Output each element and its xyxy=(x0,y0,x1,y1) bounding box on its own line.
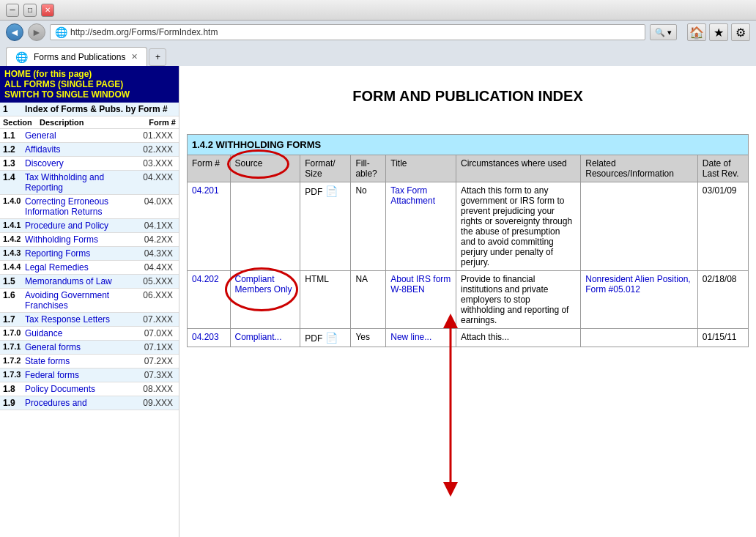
home-button[interactable]: 🏠 xyxy=(687,23,706,41)
fillable-cell: NA xyxy=(351,271,386,329)
address-bar: ◄ ► 🌐 http://sedm.org/Forms/FormIndex.ht… xyxy=(0,21,756,44)
sidebar-form-num: 07.3XX xyxy=(144,370,176,380)
sidebar-section-num: 1.1 xyxy=(3,130,25,141)
col-related-header: Related Resources/Information xyxy=(581,155,698,182)
form-num-link[interactable]: 04.203 xyxy=(192,332,219,342)
sidebar-section-num: 1.4 xyxy=(3,172,25,182)
compliant-link[interactable]: Compliant Members Only xyxy=(235,274,292,295)
tab-bar: 🌐 Forms and Publications ✕ + xyxy=(0,44,756,66)
sidebar-section-num: 1.7.2 xyxy=(3,356,25,365)
settings-button[interactable]: ⚙ xyxy=(731,23,750,41)
col-fillable-header: Fill-able? xyxy=(351,155,386,182)
format-cell: PDF 📄 xyxy=(300,329,351,347)
sidebar-stateforms-link[interactable]: State forms xyxy=(25,356,70,366)
new-tab-button[interactable]: + xyxy=(149,48,166,66)
sidebar-avoiding-link[interactable]: Avoiding Government Franchises xyxy=(25,290,109,311)
sidebar-form-num: 04.0XX xyxy=(144,196,176,207)
sidebar-section-num: 1.4.3 xyxy=(3,248,25,257)
main-content-area: FORM AND PUBLICATION INDEX 1.4.2 WITHHOL… xyxy=(179,66,756,537)
table-row: 04.203 Compliant... PDF 📄 Yes New line..… xyxy=(188,329,749,347)
section-header-row: 1.4.2 WITHHOLDING FORMS xyxy=(188,135,749,155)
sidebar-form-num: 09.XXX xyxy=(143,398,176,408)
sidebar-form-num: 04.2XX xyxy=(144,234,176,245)
sidebar-taxresponse-link[interactable]: Tax Response Letters xyxy=(25,314,110,325)
home-link[interactable]: HOME (for this page) xyxy=(4,69,174,79)
col-source-header: Source xyxy=(230,155,300,182)
title-link[interactable]: About IRS form W-8BEN xyxy=(390,274,451,295)
forward-button[interactable]: ► xyxy=(28,23,45,41)
sidebar-legal-link[interactable]: Legal Remedies xyxy=(25,262,89,273)
sidebar-section-num: 1.7.0 xyxy=(3,328,25,337)
source-cell: Compliant... xyxy=(230,329,300,347)
sidebar-federalforms-link[interactable]: Federal forms xyxy=(25,370,79,380)
sidebar-general-link[interactable]: General xyxy=(25,130,56,141)
sidebar-guidance-link[interactable]: Guidance xyxy=(25,328,62,338)
sidebar-correcting-link[interactable]: Correcting Erroneous Information Returns xyxy=(25,196,108,217)
sidebar-memorandums-link[interactable]: Memorandums of Law xyxy=(25,276,112,286)
sidebar-form-num: 07.1XX xyxy=(144,342,176,352)
date-cell: 01/15/11 xyxy=(697,329,748,347)
sidebar-discovery-link[interactable]: Discovery xyxy=(25,158,64,168)
sidebar-num: 1 xyxy=(3,104,25,114)
sidebar-item: 1.6 Avoiding Government Franchises 06.XX… xyxy=(0,289,179,313)
date-cell: 02/18/08 xyxy=(697,271,748,329)
sidebar-policy-link[interactable]: Policy Documents xyxy=(25,384,95,394)
title-link[interactable]: Tax Form Attachment xyxy=(390,185,435,206)
svg-marker-3 xyxy=(443,482,458,497)
sidebar-col-headers: Section Description Form # xyxy=(0,116,179,129)
sidebar-generalforms-link[interactable]: General forms xyxy=(25,342,81,352)
sidebar-section-num: 1.4.2 xyxy=(3,234,25,243)
form-num-cell: 04.203 xyxy=(188,329,231,347)
source-cell xyxy=(230,182,300,271)
sidebar-item: 1.4.0 Correcting Erroneous Information R… xyxy=(0,195,179,219)
title-link-3[interactable]: New line... xyxy=(390,332,431,342)
sidebar-item: 1.7.0 Guidance 07.0XX xyxy=(0,327,179,341)
tab-label: Forms and Publications xyxy=(34,52,125,62)
all-forms-link[interactable]: ALL FORMS (SINGLE PAGE) xyxy=(4,79,174,89)
sidebar-form-num: 08.XXX xyxy=(143,384,176,394)
sidebar-section-num: 1.6 xyxy=(3,290,25,300)
form-num-cell: 04.202 xyxy=(188,271,231,329)
close-button[interactable]: ✕ xyxy=(41,4,54,17)
search-button[interactable]: 🔍 ▾ xyxy=(650,24,677,40)
url-bar[interactable]: 🌐 http://sedm.org/Forms/FormIndex.htm xyxy=(50,24,645,40)
sidebar-item: 1.5 Memorandums of Law 05.XXX xyxy=(0,275,179,289)
sidebar-taxwithholding-link[interactable]: Tax Withholding and Reporting xyxy=(25,172,104,193)
form-num-link[interactable]: 04.201 xyxy=(192,185,219,196)
sidebar-item: 1.2 Affidavits 02.XXX xyxy=(0,143,179,157)
sidebar-item: 1.7.3 Federal forms 07.3XX xyxy=(0,369,179,382)
tab-close-button[interactable]: ✕ xyxy=(131,52,138,62)
sidebar-form-num: 04.1XX xyxy=(144,221,176,231)
compliant-link-2[interactable]: Compliant... xyxy=(235,332,282,342)
form-num-link[interactable]: 04.202 xyxy=(192,274,219,284)
sidebar-section-num: 1.7 xyxy=(3,314,25,325)
sidebar-form-num: 02.XXX xyxy=(143,144,176,155)
toolbar-buttons: 🏠 ★ ⚙ xyxy=(687,23,750,41)
pdf-icon: 📄 xyxy=(325,185,338,197)
sidebar-procedures-link[interactable]: Procedures and xyxy=(25,398,87,408)
page-icon: 🌐 xyxy=(55,26,67,38)
circumstances-cell: Attach this form to any government or IR… xyxy=(456,182,581,271)
sidebar-form-num: 06.XXX xyxy=(143,290,176,300)
sidebar-header: HOME (for this page) ALL FORMS (SINGLE P… xyxy=(0,66,179,103)
related-link[interactable]: Nonresident Alien Position, Form #05.012 xyxy=(585,274,690,295)
sidebar-item: 1.4.4 Legal Remedies 04.4XX xyxy=(0,261,179,275)
sidebar-index-label: Index of Forms & Pubs. by Form # xyxy=(25,104,168,114)
sidebar-reporting-link[interactable]: Reporting Forms xyxy=(25,248,90,259)
favorites-button[interactable]: ★ xyxy=(709,23,728,41)
fillable-cell: No xyxy=(351,182,386,271)
back-button[interactable]: ◄ xyxy=(6,23,23,41)
sidebar-form-num: 04.3XX xyxy=(144,248,176,259)
sidebar-form-num: 05.XXX xyxy=(143,276,176,286)
sidebar-item: 1.8 Policy Documents 08.XXX xyxy=(0,382,179,396)
sidebar-section-num: 1.4.0 xyxy=(3,196,25,205)
active-tab[interactable]: 🌐 Forms and Publications ✕ xyxy=(6,47,147,66)
sidebar-affidavits-link[interactable]: Affidavits xyxy=(25,144,60,155)
maximize-button[interactable]: □ xyxy=(23,4,37,17)
switch-link[interactable]: SWITCH TO SINGLE WINDOW xyxy=(4,89,174,100)
minimize-button[interactable]: ─ xyxy=(6,4,19,17)
sidebar-procedure-link[interactable]: Procedure and Policy xyxy=(25,221,108,231)
sidebar-withholding-link[interactable]: Withholding Forms xyxy=(25,234,98,245)
sidebar: HOME (for this page) ALL FORMS (SINGLE P… xyxy=(0,66,179,537)
sidebar-item: 1.4 Tax Withholding and Reporting 04.XXX xyxy=(0,171,179,195)
